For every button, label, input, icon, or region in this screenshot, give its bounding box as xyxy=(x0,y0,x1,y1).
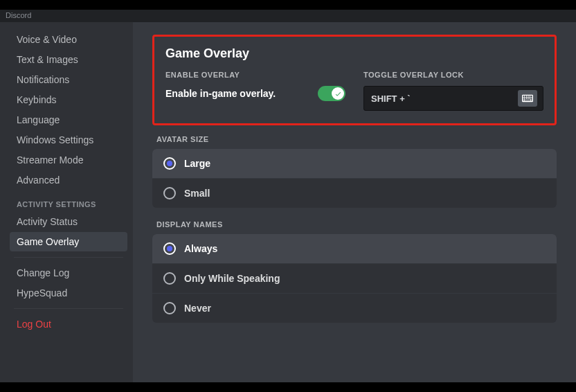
display-names-only-while-speaking[interactable]: Only While Speaking xyxy=(152,263,557,293)
keybind-value: SHIFT + ` xyxy=(371,93,411,104)
settings-sidebar: Voice & Video Text & Images Notification… xyxy=(0,22,133,382)
enable-overlay-col: ENABLE OVERLAY Enable in-game overlay. xyxy=(165,71,345,111)
top-black-bar xyxy=(0,0,576,10)
sidebar-item-text-images[interactable]: Text & Images xyxy=(10,50,127,69)
toggle-lock-label: TOGGLE OVERLAY LOCK xyxy=(363,71,543,79)
sidebar-item-language[interactable]: Language xyxy=(10,110,127,130)
svg-rect-10 xyxy=(530,98,532,99)
keybind-input[interactable]: SHIFT + ` xyxy=(363,86,543,111)
toggle-lock-col: TOGGLE OVERLAY LOCK SHIFT + ` xyxy=(363,71,543,111)
display-names-label: DISPLAY NAMES xyxy=(156,220,557,229)
keyboard-icon xyxy=(522,94,533,103)
radio-label: Always xyxy=(184,243,217,254)
radio-icon xyxy=(163,272,176,285)
svg-rect-5 xyxy=(530,96,532,97)
record-keybind-button[interactable] xyxy=(518,90,537,107)
radio-icon xyxy=(163,157,176,170)
svg-rect-13 xyxy=(531,99,532,100)
sidebar-item-logout[interactable]: Log Out xyxy=(10,314,127,334)
avatar-size-label: AVATAR SIZE xyxy=(156,135,557,143)
radio-label: Only While Speaking xyxy=(184,273,280,284)
enable-overlay-toggle[interactable] xyxy=(318,86,345,101)
sidebar-separator xyxy=(14,257,123,258)
radio-label: Small xyxy=(184,188,210,199)
page-title: Game Overlay xyxy=(165,46,543,61)
sidebar-item-keybinds[interactable]: Keybinds xyxy=(10,90,127,109)
sidebar-item-activity-status[interactable]: Activity Status xyxy=(10,212,127,231)
display-names-always[interactable]: Always xyxy=(152,234,557,263)
sidebar-item-change-log[interactable]: Change Log xyxy=(10,263,127,283)
display-names-group: Always Only While Speaking Never xyxy=(152,234,557,323)
avatar-size-large[interactable]: Large xyxy=(152,149,557,178)
svg-rect-11 xyxy=(523,99,524,100)
sidebar-item-advanced[interactable]: Advanced xyxy=(10,170,127,190)
svg-rect-8 xyxy=(527,98,528,99)
enable-overlay-text: Enable in-game overlay. xyxy=(165,88,276,99)
enable-overlay-row: Enable in-game overlay. xyxy=(165,86,345,101)
svg-rect-1 xyxy=(523,96,524,97)
sidebar-item-streamer-mode[interactable]: Streamer Mode xyxy=(10,150,127,170)
body: Voice & Video Text & Images Notification… xyxy=(0,22,576,382)
toggle-knob xyxy=(332,87,344,100)
svg-rect-12 xyxy=(525,99,530,100)
svg-rect-2 xyxy=(525,96,526,97)
bottom-black-bar xyxy=(0,382,576,392)
avatar-size-small[interactable]: Small xyxy=(152,178,557,208)
radio-icon xyxy=(163,242,176,255)
radio-label: Never xyxy=(184,303,211,314)
sidebar-item-hypesquad[interactable]: HypeSquad xyxy=(10,283,127,303)
overlay-highlight-box: Game Overlay ENABLE OVERLAY Enable in-ga… xyxy=(152,35,557,125)
overlay-row: ENABLE OVERLAY Enable in-game overlay. T… xyxy=(165,71,543,111)
discord-settings-window: Discord Voice & Video Text & Images Noti… xyxy=(0,0,576,392)
sidebar-header-activity: ACTIVITY SETTINGS xyxy=(10,190,127,211)
sidebar-item-voice-video[interactable]: Voice & Video xyxy=(10,30,127,49)
display-names-never[interactable]: Never xyxy=(152,293,557,323)
svg-rect-9 xyxy=(528,98,530,99)
sidebar-item-windows-settings[interactable]: Windows Settings xyxy=(10,130,127,150)
titlebar: Discord xyxy=(0,10,576,22)
svg-rect-7 xyxy=(525,98,526,99)
avatar-size-group: Large Small xyxy=(152,149,557,208)
radio-label: Large xyxy=(184,158,210,169)
settings-main: Game Overlay ENABLE OVERLAY Enable in-ga… xyxy=(133,22,576,382)
check-icon xyxy=(334,90,342,98)
sidebar-item-game-overlay[interactable]: Game Overlay xyxy=(10,232,127,251)
radio-icon xyxy=(163,187,176,199)
sidebar-item-notifications[interactable]: Notifications xyxy=(10,70,127,89)
svg-rect-6 xyxy=(523,98,524,99)
radio-icon xyxy=(163,302,176,314)
svg-rect-4 xyxy=(528,96,530,97)
sidebar-separator xyxy=(14,308,123,309)
app-title: Discord xyxy=(6,11,31,19)
svg-rect-3 xyxy=(527,96,528,97)
enable-overlay-label: ENABLE OVERLAY xyxy=(165,71,345,79)
